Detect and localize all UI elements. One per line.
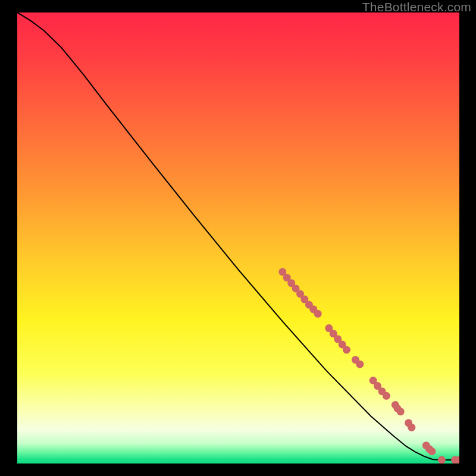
plot-area (17, 12, 459, 464)
data-point (438, 456, 446, 464)
data-point (383, 392, 390, 400)
gradient-background (17, 12, 459, 464)
data-point (408, 424, 415, 431)
chart-svg (17, 12, 459, 464)
chart-frame: TheBottleneck.com (0, 0, 476, 476)
data-point (397, 408, 405, 415)
data-point (343, 346, 350, 354)
data-point (314, 310, 322, 318)
data-point (428, 447, 436, 455)
data-point (356, 361, 364, 368)
